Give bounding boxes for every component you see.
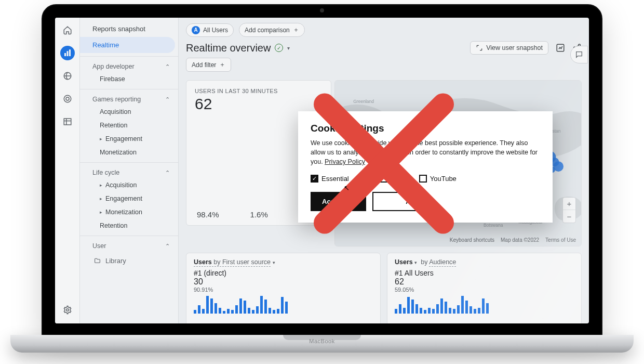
explore-icon[interactable]: [60, 69, 75, 83]
chevron-up-icon: ⌃: [165, 243, 170, 250]
sidebar-item-library[interactable]: Library: [80, 252, 178, 265]
sidebar-item-reports-snapshot[interactable]: Reports snapshot: [80, 21, 178, 37]
kpi-value: 62: [195, 95, 323, 113]
map-zoom-control: + −: [562, 197, 576, 223]
chevron-up-icon: ⌃: [165, 63, 170, 70]
divider: [80, 236, 178, 236]
zoom-in-button[interactable]: +: [563, 198, 575, 210]
cookie-dialog: Cookie settings We use cookies to provid…: [298, 111, 553, 223]
svg-rect-6: [64, 119, 71, 125]
checkbox-icon: ✓: [311, 175, 318, 183]
dashboard: USERS IN LAST 30 MINUTES 62 98.4% 1.6%: [179, 76, 589, 85]
svg-point-4: [64, 95, 71, 102]
sidebar-item-life-acquisition[interactable]: ▸Acquisition: [80, 178, 178, 192]
chevron-down-icon[interactable]: ▾: [414, 260, 417, 265]
card-a-pct: 90.91%: [194, 287, 373, 293]
sidebar-section-games-reporting[interactable]: Games reporting ⌃: [80, 92, 178, 105]
plus-icon: ＋: [293, 25, 299, 34]
divider: [80, 162, 178, 163]
map-terms[interactable]: Terms of Use: [545, 237, 576, 243]
chevron-down-icon[interactable]: ▾: [287, 45, 290, 51]
divider: [80, 56, 178, 57]
page-title: Realtime overview: [186, 42, 271, 54]
map-keyboard-shortcuts[interactable]: Keyboard shortcuts: [450, 237, 494, 243]
chevron-down-icon[interactable]: ▾: [273, 260, 275, 265]
reports-icon[interactable]: [60, 46, 75, 60]
expand-icon: [476, 44, 483, 51]
nav-icon-rail: [55, 18, 80, 323]
configure-icon[interactable]: [60, 114, 75, 129]
caret-right-icon: ▸: [100, 210, 102, 215]
home-icon[interactable]: [60, 23, 75, 37]
sidebar-item-life-engagement[interactable]: ▸Engagement: [80, 192, 178, 205]
laptop-base: MacBook: [10, 335, 634, 353]
zoom-out-button[interactable]: −: [563, 210, 575, 223]
checkbox-essential[interactable]: ✓ Essential: [311, 175, 349, 183]
checkbox-icon: [380, 175, 388, 183]
map-attribution: Map data ©2022: [501, 237, 539, 243]
check-circle-icon: ✓: [275, 44, 283, 52]
svg-rect-0: [64, 53, 66, 56]
svg-text:Botswana: Botswana: [484, 223, 503, 228]
section-label: User: [92, 242, 106, 250]
sidebar-item-games-acquisition[interactable]: Acquisition: [80, 105, 178, 119]
chevron-up-icon: ⌃: [165, 170, 170, 176]
add-comparison-button[interactable]: Add comparison ＋: [239, 23, 305, 37]
section-label: Games reporting: [92, 96, 141, 103]
sidebar-item-realtime[interactable]: Realtime: [80, 37, 175, 53]
card-b-rank: #1 All Users: [395, 269, 574, 277]
caret-right-icon: ▸: [100, 183, 102, 188]
feedback-fab[interactable]: [570, 46, 588, 63]
view-user-snapshot-button[interactable]: View user snapshot: [470, 41, 548, 55]
sidebar-section-life-cycle[interactable]: Life cycle ⌃: [80, 165, 178, 178]
card-a-value: 30: [194, 277, 373, 287]
privacy-policy-link[interactable]: Privacy Policy: [325, 158, 365, 165]
section-label: Life cycle: [92, 169, 119, 176]
card-b-value: 62: [395, 277, 574, 287]
segment-badge: A: [192, 26, 200, 34]
card-a-sparkline: [194, 296, 373, 314]
svg-point-5: [66, 97, 69, 100]
reject-all-button[interactable]: Reject All: [372, 192, 426, 211]
checkbox-unknown[interactable]: [380, 175, 388, 183]
cookie-title: Cookie settings: [311, 123, 540, 134]
sidebar-item-games-retention[interactable]: Retention: [80, 119, 178, 132]
svg-text:Greenland: Greenland: [353, 99, 374, 104]
accept-all-button[interactable]: Accept All: [311, 192, 366, 211]
top-bar: A All Users Add comparison ＋: [179, 18, 589, 37]
checkbox-icon: [419, 175, 427, 183]
card-a-rank: #1 (direct): [194, 269, 373, 277]
sidebar-item-games-monetization[interactable]: Monetization: [80, 146, 178, 159]
plus-icon: ＋: [219, 60, 225, 69]
sidebar-item-life-retention[interactable]: Retention: [80, 219, 178, 232]
segment-chip-all-users[interactable]: A All Users: [186, 23, 234, 37]
checkbox-youtube[interactable]: YouTube: [419, 175, 457, 183]
kpi-caption: USERS IN LAST 30 MINUTES: [195, 88, 323, 94]
section-label: App developer: [92, 63, 135, 70]
card-users-by-source: Users by First user source ▾ #1 (direct)…: [186, 253, 381, 323]
sidebar-item-life-monetization[interactable]: ▸Monetization: [80, 205, 178, 219]
camera-dot: [320, 8, 324, 12]
sidebar-item-games-engagement[interactable]: ▸Engagement: [80, 132, 178, 146]
screen: Reports snapshot Realtime App developer …: [55, 18, 589, 323]
card-b-pct: 59.05%: [395, 287, 574, 293]
segment-label: All Users: [203, 27, 228, 34]
add-filter-button[interactable]: Add filter ＋: [186, 58, 231, 72]
kpi-pct-a: 98.4%: [197, 210, 219, 219]
chevron-up-icon: ⌃: [165, 96, 170, 103]
caret-right-icon: ▸: [100, 136, 102, 141]
sidebar-item-firebase[interactable]: Firebase: [80, 72, 178, 86]
divider: [80, 89, 178, 89]
sidebar-section-user[interactable]: User ⌃: [80, 238, 178, 252]
insights-icon[interactable]: [556, 43, 565, 53]
svg-point-7: [66, 309, 69, 311]
library-label: Library: [105, 257, 126, 265]
folder-icon: [93, 257, 101, 264]
kpi-pct-b: 1.6%: [250, 210, 268, 219]
advertising-icon[interactable]: [60, 92, 75, 106]
sidebar-section-app-developer[interactable]: App developer ⌃: [80, 59, 178, 72]
settings-icon[interactable]: [60, 303, 75, 317]
svg-rect-1: [66, 51, 68, 56]
caret-right-icon: ▸: [100, 196, 102, 201]
laptop-frame: Reports snapshot Realtime App developer …: [42, 4, 602, 337]
